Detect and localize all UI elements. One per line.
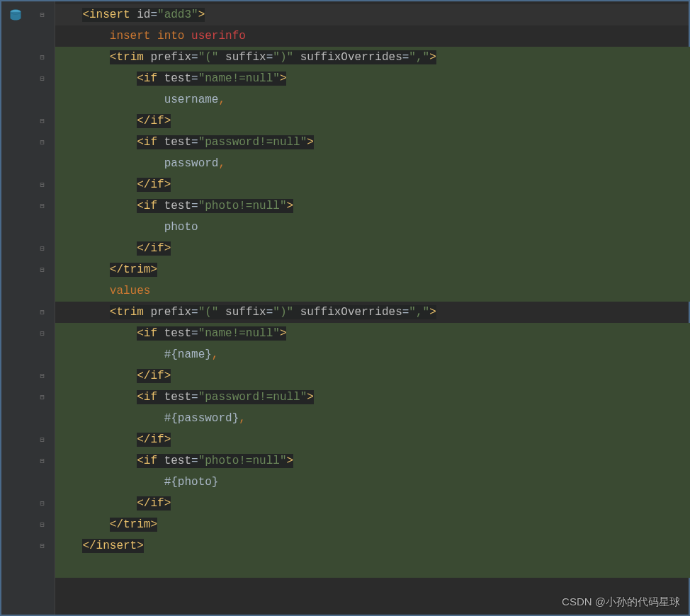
- fold-end-icon: ⊟: [38, 372, 47, 380]
- fold-end-icon: ⊟: [38, 520, 47, 529]
- code-line[interactable]: <trim prefix="(" suffix=")" suffixOverri…: [55, 302, 689, 323]
- gutter-icons: [1, 1, 30, 615]
- fold-end-icon: ⊟: [38, 435, 47, 444]
- fold-end-icon: ⊟: [38, 181, 47, 189]
- fold-toggle-icon[interactable]: ⊟: [38, 11, 47, 19]
- fold-toggle-icon[interactable]: ⊟: [38, 457, 47, 465]
- fold-toggle-icon[interactable]: ⊟: [38, 202, 47, 210]
- fold-end-icon: ⊟: [38, 266, 47, 274]
- fold-toggle-icon[interactable]: ⊟: [38, 138, 47, 147]
- fold-toggle-icon[interactable]: ⊟: [38, 53, 47, 62]
- fold-end-icon: ⊟: [38, 499, 47, 508]
- gutter-fold: ⊟ ⊟ ⊟ ⊟ ⊟ ⊟ ⊟ ⊟ ⊟ ⊟ ⊟ ⊟ ⊟ ⊟ ⊟ ⊟ ⊟ ⊟: [30, 1, 55, 615]
- code-text-area[interactable]: <insert id="add3"> insert into userinfo …: [55, 1, 689, 615]
- sql-block-highlight: [55, 323, 690, 578]
- watermark-text: CSDN @小孙的代码星球: [562, 595, 680, 609]
- fold-toggle-icon[interactable]: ⊟: [38, 329, 47, 338]
- fold-end-icon: ⊟: [38, 244, 47, 253]
- database-icon: [1, 4, 30, 25]
- code-editor[interactable]: ⊟ ⊟ ⊟ ⊟ ⊟ ⊟ ⊟ ⊟ ⊟ ⊟ ⊟ ⊟ ⊟ ⊟ ⊟ ⊟ ⊟ ⊟ <ins…: [0, 0, 690, 616]
- fold-toggle-icon[interactable]: ⊟: [38, 308, 47, 316]
- fold-end-icon: ⊟: [38, 542, 47, 550]
- fold-toggle-icon[interactable]: ⊟: [38, 393, 47, 401]
- fold-toggle-icon[interactable]: ⊟: [38, 74, 47, 83]
- code-line[interactable]: insert into userinfo: [55, 25, 689, 47]
- fold-end-icon: ⊟: [38, 117, 47, 125]
